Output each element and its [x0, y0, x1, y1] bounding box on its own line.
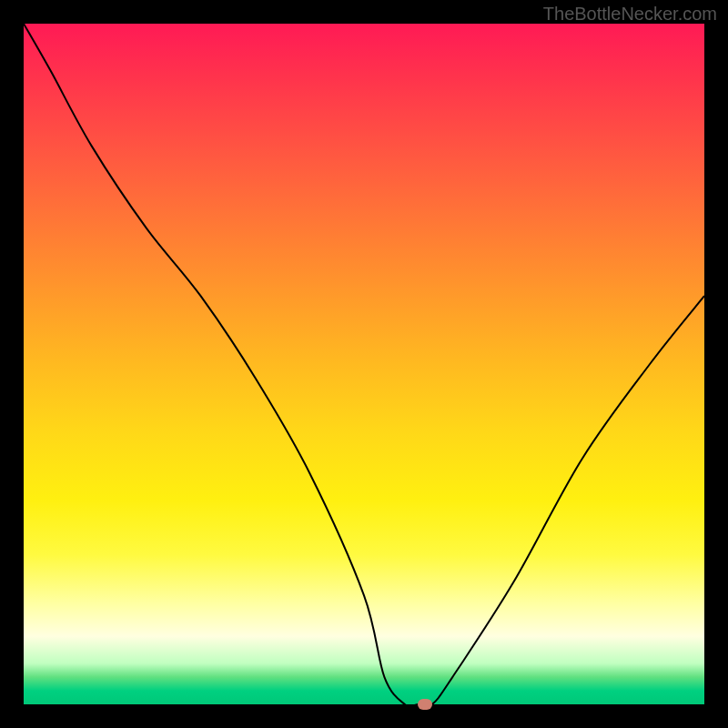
bottleneck-curve: [24, 24, 704, 704]
plot-area: [24, 24, 704, 704]
watermark-text: TheBottleNecker.com: [543, 4, 717, 25]
optimal-marker: [418, 699, 432, 710]
curve-path: [24, 24, 704, 704]
